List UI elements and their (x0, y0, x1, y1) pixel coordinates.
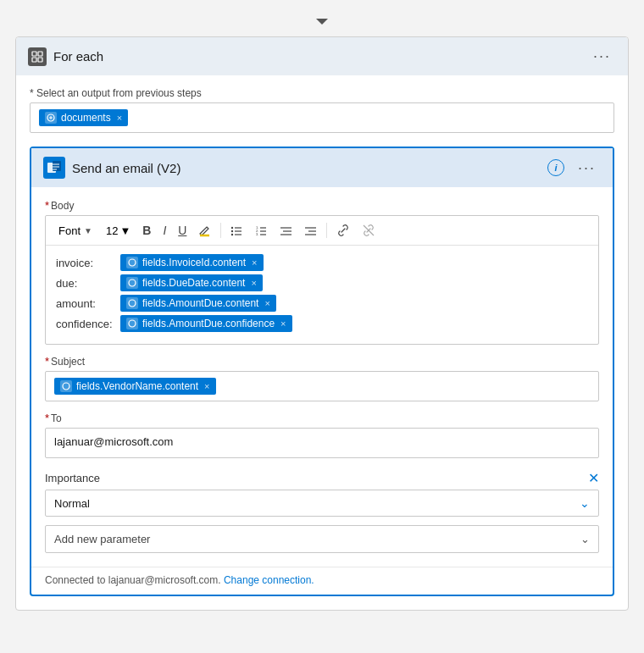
font-label: Font (58, 224, 80, 237)
body-label: Body (51, 200, 74, 212)
due-token-close[interactable]: × (251, 278, 256, 288)
due-token: fields.DueDate.content × (120, 274, 263, 291)
svg-point-9 (231, 230, 233, 231)
documents-chip-close[interactable]: × (117, 113, 122, 123)
body-line-confidence: confidence: fields.AmountDue.confidence … (56, 315, 588, 332)
body-section: * Body Font ▼ 12 (45, 199, 599, 345)
svg-point-28 (129, 279, 136, 286)
confidence-label: confidence: (56, 318, 115, 330)
foreach-icon (28, 47, 47, 66)
outlook-icon (43, 157, 65, 179)
body-required-star: * (45, 199, 49, 212)
invoice-token-close[interactable]: × (252, 257, 257, 268)
output-box[interactable]: documents × (30, 102, 614, 133)
bullet-list-button[interactable] (226, 222, 247, 240)
top-arrow (8, 8, 636, 36)
svg-point-29 (129, 300, 136, 307)
foreach-title: For each (53, 49, 103, 64)
subject-chip-icon (60, 380, 72, 392)
add-param-chevron-icon: ⌄ (580, 533, 590, 545)
foreach-container: For each ··· * Select an output from pre… (15, 36, 629, 611)
body-line-amount: amount: fields.AmountDue.content × (56, 295, 588, 312)
svg-point-10 (231, 233, 233, 235)
bold-button[interactable]: B (138, 221, 155, 240)
importance-close-button[interactable]: ✕ (588, 470, 599, 486)
svg-point-27 (129, 259, 136, 266)
confidence-token-close[interactable]: × (280, 318, 286, 329)
confidence-chip-icon (126, 318, 138, 329)
add-parameter-button[interactable]: Add new parameter ⌄ (45, 525, 599, 553)
svg-rect-2 (32, 58, 36, 62)
confidence-token-label: fields.AmountDue.confidence (142, 318, 275, 329)
indent-button[interactable] (300, 222, 321, 240)
svg-point-31 (63, 383, 69, 390)
email-body: * Body Font ▼ 12 (31, 187, 613, 567)
to-value: lajanuar@microsoft.com (54, 435, 173, 448)
importance-value: Normal (54, 497, 90, 510)
italic-button[interactable]: I (158, 221, 170, 240)
svg-rect-3 (38, 58, 42, 62)
due-token-label: fields.DueDate.content (142, 277, 245, 289)
subject-box[interactable]: fields.VendorName.content × (45, 371, 599, 401)
link-button[interactable] (332, 221, 354, 240)
toolbar-divider-1 (220, 223, 221, 238)
amount-label: amount: (56, 297, 115, 310)
change-connection-link[interactable]: Change connection. (224, 574, 314, 586)
amount-chip-icon (126, 297, 138, 309)
to-box[interactable]: lajanuar@microsoft.com (45, 428, 599, 458)
to-label: To (51, 412, 62, 424)
importance-chevron-icon: ⌄ (580, 496, 590, 510)
due-label: due: (56, 277, 115, 290)
body-content[interactable]: invoice: fields.InvoiceId.content × (46, 246, 598, 344)
svg-point-30 (129, 320, 136, 327)
toolbar-divider-2 (326, 223, 327, 238)
documents-chip: documents × (39, 109, 128, 126)
footer-text: Connected to lajanuar@microsoft.com. (45, 574, 221, 586)
amount-token-close[interactable]: × (264, 298, 269, 308)
font-select[interactable]: Font ▼ (53, 222, 98, 240)
svg-line-26 (364, 225, 374, 235)
email-menu-button[interactable]: ··· (573, 158, 601, 179)
email-title: Send an email (V2) (72, 161, 180, 175)
info-button[interactable]: i (547, 159, 564, 176)
to-section: * To lajanuar@microsoft.com (45, 412, 599, 458)
foreach-menu-button[interactable]: ··· (588, 46, 616, 67)
email-header: Send an email (V2) i ··· (31, 148, 613, 187)
select-output-label: * Select an output from previous steps (30, 87, 202, 99)
underline-button[interactable]: U (174, 221, 191, 240)
chip-icon (45, 112, 57, 124)
page-container: For each ··· * Select an output from pre… (8, 8, 636, 653)
svg-rect-1 (38, 52, 42, 56)
invoice-token: fields.InvoiceId.content × (120, 254, 264, 271)
subject-section: * Subject fields.VendorName.content × (45, 355, 599, 401)
highlight-button[interactable] (194, 222, 215, 240)
body-line-invoice: invoice: fields.InvoiceId.content × (56, 254, 588, 271)
unlink-button[interactable] (358, 221, 380, 240)
subject-label: Subject (51, 356, 85, 368)
amount-token: fields.AmountDue.content × (120, 295, 276, 312)
outdent-button[interactable] (275, 222, 297, 240)
size-select[interactable]: 12 ▼ (102, 222, 135, 240)
importance-row: Importance ✕ (45, 470, 599, 486)
size-label: 12 (106, 224, 118, 237)
body-editor[interactable]: Font ▼ 12 ▼ B I U (45, 215, 599, 345)
down-arrow-icon (314, 13, 330, 30)
subject-required-star: * (45, 355, 49, 368)
invoice-label: invoice: (56, 257, 115, 269)
amount-token-label: fields.AmountDue.content (142, 297, 258, 309)
add-param-label: Add new parameter (54, 533, 150, 545)
invoice-chip-icon (126, 257, 138, 268)
email-container: Send an email (V2) i ··· * Body (30, 147, 614, 596)
font-dropdown-arrow: ▼ (84, 226, 92, 235)
subject-token-close[interactable]: × (204, 381, 209, 391)
body-line-due: due: fields.DueDate.content × (56, 274, 588, 291)
svg-text:3.: 3. (256, 232, 258, 236)
documents-chip-label: documents (61, 112, 111, 124)
email-footer: Connected to lajanuar@microsoft.com. Cha… (31, 567, 613, 595)
importance-label: Importance (45, 472, 100, 484)
subject-token: fields.VendorName.content × (54, 378, 216, 395)
importance-select[interactable]: Normal ⌄ (45, 490, 599, 517)
foreach-header: For each ··· (16, 37, 628, 75)
foreach-body: * Select an output from previous steps d… (16, 75, 628, 610)
numbered-list-button[interactable]: 1.2.3. (251, 222, 272, 240)
